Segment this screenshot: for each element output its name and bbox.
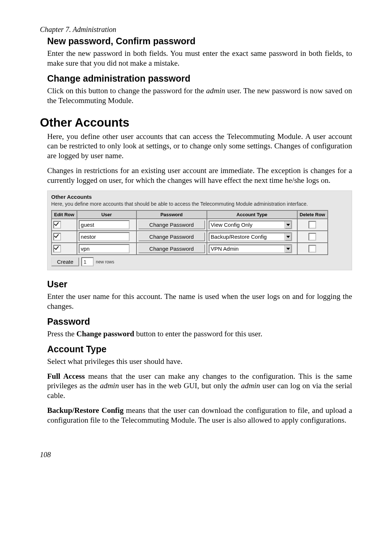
heading-account-type: Account Type — [47, 344, 352, 354]
user-field[interactable]: guest — [79, 220, 130, 229]
col-password: Password — [136, 210, 207, 219]
paragraph: Backup/Restore Config means that the use… — [47, 406, 352, 425]
other-accounts-panel: Other Accounts Here, you define more acc… — [47, 190, 352, 270]
col-account-type: Account Type — [207, 210, 297, 219]
paragraph: Enter the user name for this account. Th… — [47, 292, 352, 311]
heading-other-accounts: Other Accounts — [40, 116, 352, 130]
table-header-row: Edit Row User Password Account Type Dele… — [52, 210, 328, 219]
select-value: VPN Admin — [211, 245, 240, 252]
edit-row-checkbox[interactable] — [53, 233, 61, 241]
text-bold: Change password — [77, 329, 134, 338]
edit-row-checkbox[interactable] — [53, 221, 61, 229]
paragraph: Click on this button to change the passw… — [47, 86, 352, 106]
panel-title: Other Accounts — [51, 194, 348, 200]
text-emphasis: admin — [206, 86, 225, 95]
panel-description: Here, you define more accounts that shou… — [51, 201, 348, 207]
chevron-down-icon[interactable] — [285, 245, 291, 253]
user-field[interactable]: nestor — [79, 232, 130, 241]
paragraph: Full Access means that the user can make… — [47, 372, 352, 401]
create-row: Create 1 new rows — [51, 257, 348, 266]
paragraph: Select what privileges this user should … — [47, 357, 352, 366]
chevron-down-icon[interactable] — [285, 233, 291, 241]
paragraph: Press the Change password button to ente… — [47, 329, 352, 339]
chapter-header: Chapter 7. Administration — [40, 25, 352, 34]
col-delete-row: Delete Row — [297, 210, 328, 219]
accounts-table: Edit Row User Password Account Type Dele… — [51, 210, 328, 255]
text-emphasis: admin — [100, 381, 119, 390]
user-field[interactable]: vpn — [79, 244, 130, 253]
change-password-button[interactable]: Change Password — [138, 244, 205, 253]
paragraph: Here, you define other user accounts tha… — [47, 132, 352, 161]
create-button[interactable]: Create — [51, 257, 79, 266]
table-row: vpn Change Password VPN Admin — [52, 243, 328, 255]
text-bold: Full Access — [47, 372, 85, 381]
heading-change-admin-password: Change administration password — [47, 73, 352, 84]
account-type-select[interactable]: View Config Only — [209, 221, 292, 229]
table-row: guest Change Password View Config Only — [52, 219, 328, 231]
text-bold: Backup/Restore Config — [47, 406, 123, 415]
text: user has in the web GUI, but only the — [119, 381, 241, 390]
chevron-down-icon[interactable] — [285, 221, 291, 229]
text: button to enter the password for this us… — [134, 329, 262, 338]
heading-new-password: New password, Confirm password — [47, 36, 352, 46]
select-value: Backup/Restore Config — [211, 233, 268, 240]
paragraph: Enter the new password in both fields. Y… — [47, 49, 352, 68]
delete-row-checkbox[interactable] — [309, 221, 316, 229]
page-number: 108 — [40, 451, 352, 459]
delete-row-checkbox[interactable] — [309, 233, 316, 241]
create-quantity-field[interactable]: 1 — [81, 257, 94, 266]
col-user: User — [77, 210, 136, 219]
edit-row-checkbox[interactable] — [53, 245, 61, 253]
create-suffix-label: new rows — [96, 259, 114, 264]
account-type-select[interactable]: VPN Admin — [209, 245, 292, 253]
text-emphasis: admin — [241, 381, 260, 390]
paragraph: Changes in restrictions for an existing … — [47, 166, 352, 185]
select-value: View Config Only — [211, 221, 254, 228]
change-password-button[interactable]: Change Password — [138, 232, 205, 241]
account-type-select[interactable]: Backup/Restore Config — [209, 233, 292, 241]
text: Press the — [47, 329, 77, 338]
heading-user: User — [47, 279, 352, 290]
change-password-button[interactable]: Change Password — [138, 220, 205, 229]
delete-row-checkbox[interactable] — [309, 245, 316, 253]
col-edit-row: Edit Row — [52, 210, 77, 219]
table-row: nestor Change Password Backup/Restore Co… — [52, 231, 328, 243]
heading-password: Password — [47, 316, 352, 327]
text: Click on this button to change the passw… — [47, 86, 206, 95]
